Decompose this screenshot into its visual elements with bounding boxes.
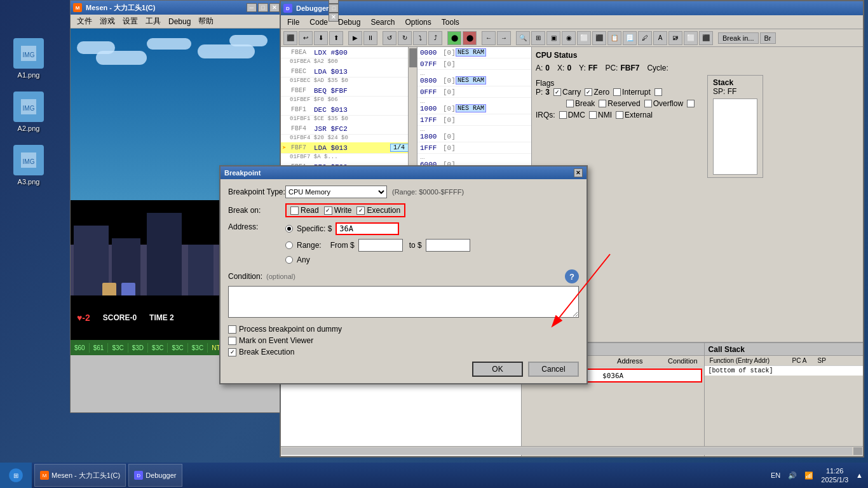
range-to-input[interactable]	[426, 239, 470, 252]
flag-break-checkbox[interactable]	[566, 100, 574, 107]
break-in-button[interactable]: Break in...	[718, 32, 759, 44]
stack-list[interactable]	[713, 98, 757, 175]
maximize-button[interactable]: □	[258, 3, 268, 12]
flag-zero-checkbox[interactable]	[585, 88, 592, 96]
tb-btn-left[interactable]: ←	[482, 31, 496, 45]
minimize-button[interactable]: ─	[247, 3, 257, 12]
taskbar-debugger[interactable]: D Debugger	[128, 464, 182, 487]
menu-game[interactable]: 游戏	[96, 15, 119, 28]
sp-row: SP: FF	[713, 87, 757, 96]
dbg-menu-debug[interactable]: Debug	[333, 17, 365, 28]
process-dummy-checkbox[interactable]	[228, 325, 236, 334]
start-button[interactable]: ⊞	[0, 463, 32, 488]
tb-btn-misc4[interactable]: ⬜	[577, 31, 591, 45]
tb-btn-reload[interactable]: ↺	[383, 31, 397, 45]
taskbar-mesen[interactable]: M Mesen - 大力工头1(C)	[34, 464, 126, 487]
menu-debug[interactable]: Debug	[165, 16, 194, 27]
flag-dmc-checkbox[interactable]	[559, 111, 567, 119]
disasm-row-3[interactable]: FBF1 DEC $013	[281, 104, 417, 116]
flag-interrupt-extra-checkbox[interactable]	[654, 88, 662, 96]
condition-textarea[interactable]	[228, 286, 579, 318]
br-button[interactable]: Br	[760, 32, 776, 44]
break-exec-label: Break Execution	[239, 348, 294, 356]
bp-col-condition: Condition	[665, 357, 700, 365]
flag-reserved-checkbox[interactable]	[599, 100, 606, 107]
menu-settings[interactable]: 设置	[119, 15, 142, 28]
desktop-icon-a3[interactable]: IMG A3.png	[6, 145, 51, 186]
cpu-cycle: Cycle:	[647, 64, 668, 72]
flag-overflow-extra-checkbox[interactable]	[687, 100, 695, 107]
tb-btn-record[interactable]: ⬤	[463, 31, 477, 45]
break-exec-checkbox[interactable]	[228, 348, 236, 356]
range-radio[interactable]	[285, 241, 293, 249]
flag-interrupt-checkbox[interactable]	[613, 88, 621, 96]
flag-nmi-checkbox[interactable]	[589, 111, 597, 119]
desktop-icon-a1[interactable]: IMG A1.png	[6, 38, 51, 79]
menu-tools[interactable]: 工具	[142, 15, 165, 28]
tb-btn-down[interactable]: ⬇	[314, 31, 328, 45]
tb-btn-misc2[interactable]: ▣	[546, 31, 560, 45]
flag-carry-checkbox[interactable]	[553, 88, 561, 96]
dialog-type-label: Breakpoint Type:	[228, 187, 285, 196]
dialog-type-select[interactable]: CPU Memory	[285, 186, 387, 198]
tb-btn-misc1[interactable]: ⊞	[531, 31, 545, 45]
bp-scrollbar[interactable]	[281, 446, 863, 455]
execution-checkbox[interactable]	[356, 207, 365, 215]
tb-btn-misc6[interactable]: 📋	[607, 31, 621, 45]
flag-zero: Zero	[585, 88, 609, 97]
svg-text:⊞: ⊞	[13, 472, 18, 479]
irq-row: IRQs: DMC NMI	[536, 111, 695, 119]
tb-btn-stepover[interactable]: ⤵	[413, 31, 427, 45]
dbg-menu-code[interactable]: Code	[304, 17, 333, 28]
disasm-row-4[interactable]: FBF4 JSR $FC2	[281, 123, 417, 135]
tb-btn-play[interactable]: ▶	[348, 31, 362, 45]
flag-external-checkbox[interactable]	[616, 111, 623, 119]
dbg-maximize-button[interactable]: □	[329, 4, 339, 13]
tb-btn-misc3[interactable]: ◉	[562, 31, 576, 45]
tb-btn-2[interactable]: ↩	[299, 31, 313, 45]
tb-btn-step[interactable]: ↻	[398, 31, 412, 45]
dbg-menu-options[interactable]: Options	[400, 17, 436, 28]
tb-btn-misc12[interactable]: ⬛	[699, 31, 713, 45]
tb-btn-misc9[interactable]: A	[653, 31, 667, 45]
disasm-row-0[interactable]: FBEA LDX #$00	[281, 47, 417, 58]
tb-btn-stepout[interactable]: ⤴	[428, 31, 442, 45]
write-checkbox[interactable]	[324, 207, 332, 215]
specific-address-input[interactable]	[336, 222, 399, 235]
menu-help[interactable]: 帮助	[194, 15, 217, 28]
dbg-menu-tools[interactable]: Tools	[437, 17, 465, 28]
dbg-menu-search[interactable]: Search	[365, 17, 400, 28]
dialog-body: Breakpoint Type: CPU Memory (Range: $000…	[220, 179, 587, 383]
disasm-row-5[interactable]: ➤ FBF7 LDA $013 1/4 X	[281, 142, 417, 154]
tb-btn-1[interactable]: ⬛	[283, 31, 297, 45]
any-radio[interactable]	[285, 256, 293, 264]
taskbar-notification-icon[interactable]: ▲	[856, 471, 863, 479]
mark-event-checkbox[interactable]	[228, 337, 236, 345]
tb-btn-right[interactable]: →	[497, 31, 511, 45]
menu-file[interactable]: 文件	[73, 15, 96, 28]
cancel-button[interactable]: Cancel	[528, 362, 579, 377]
desktop-icon-a2[interactable]: IMG A2.png	[6, 92, 51, 132]
dbg-menu-file[interactable]: File	[282, 17, 304, 28]
tb-btn-green[interactable]: ⬤	[447, 31, 461, 45]
tb-btn-zoom[interactable]: 🔍	[516, 31, 530, 45]
disasm-row-1[interactable]: FBEC LDA $013	[281, 66, 417, 78]
tb-btn-misc10[interactable]: 🖳	[668, 31, 682, 45]
ok-button[interactable]: OK	[472, 362, 523, 377]
flag-overflow-checkbox[interactable]	[644, 100, 652, 107]
disasm-row-2[interactable]: FBEF BEQ $FBF	[281, 85, 417, 97]
help-button[interactable]: ?	[565, 269, 579, 283]
tb-btn-up[interactable]: ⬆	[329, 31, 343, 45]
breakpoint-dialog: Breakpoint ✕ Breakpoint Type: CPU Memory…	[219, 165, 588, 384]
close-button[interactable]: ✕	[269, 3, 280, 12]
range-from-input[interactable]	[358, 239, 403, 252]
tb-btn-misc5[interactable]: ⬛	[592, 31, 606, 45]
dialog-close-button[interactable]: ✕	[574, 168, 583, 177]
read-checkbox[interactable]	[290, 207, 299, 215]
bp-col-address: Address	[614, 357, 665, 365]
tb-btn-misc8[interactable]: 🖊	[638, 31, 652, 45]
tb-btn-misc7[interactable]: 📃	[623, 31, 637, 45]
specific-radio[interactable]	[285, 225, 293, 233]
tb-btn-misc11[interactable]: ⬜	[684, 31, 698, 45]
tb-btn-pause[interactable]: ⏸	[363, 31, 377, 45]
